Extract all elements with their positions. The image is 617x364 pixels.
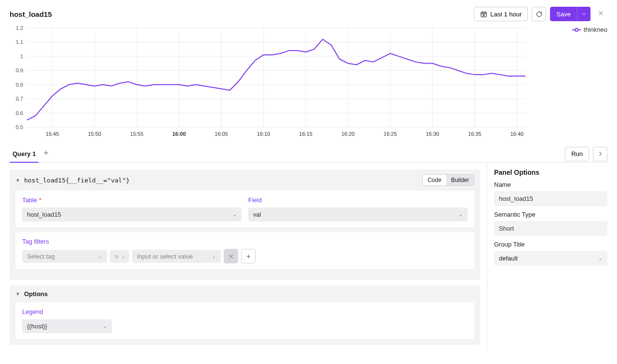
timepicker-button[interactable]: Last 1 hour bbox=[474, 7, 528, 21]
remove-filter-button[interactable] bbox=[224, 249, 238, 263]
chevron-right-icon bbox=[597, 150, 604, 157]
svg-text:0.5: 0.5 bbox=[16, 124, 23, 130]
plus-icon bbox=[42, 149, 50, 156]
legend-label: Legend bbox=[22, 308, 468, 315]
tag-value-input[interactable]: Input or select value⌄ bbox=[132, 250, 221, 263]
save-menu-button[interactable] bbox=[577, 7, 590, 21]
tab-query-1[interactable]: Query 1 bbox=[10, 145, 39, 162]
operator-value: = bbox=[115, 253, 119, 260]
group-label: Group Title bbox=[494, 241, 607, 248]
refresh-button[interactable] bbox=[532, 7, 546, 21]
svg-text:0.7: 0.7 bbox=[16, 96, 23, 102]
legend-select[interactable]: {{host}} ⌄ bbox=[22, 319, 112, 333]
close-icon bbox=[228, 253, 235, 260]
chevron-down-icon bbox=[580, 11, 588, 18]
svg-text:16:05: 16:05 bbox=[215, 131, 228, 137]
semtype-label: Semantic Type bbox=[494, 211, 607, 218]
tag-placeholder: Select tag bbox=[27, 253, 55, 260]
table-label: Table * bbox=[22, 196, 241, 204]
field-label: Field bbox=[248, 196, 468, 204]
line-chart: 0.50.60.70.80.911.11.215:4515:5015:5516:… bbox=[10, 25, 607, 141]
legend-value: {{host}} bbox=[27, 323, 47, 330]
svg-text:0.6: 0.6 bbox=[16, 110, 23, 116]
save-button[interactable]: Save bbox=[550, 7, 577, 21]
svg-text:16:10: 16:10 bbox=[257, 131, 270, 137]
chevron-down-icon: ⌄ bbox=[598, 255, 603, 261]
svg-text:15:55: 15:55 bbox=[130, 131, 144, 137]
next-button[interactable] bbox=[593, 147, 607, 161]
tag-value-placeholder: Input or select value bbox=[137, 253, 193, 260]
svg-text:1.2: 1.2 bbox=[16, 25, 23, 31]
page-title: host_load15 bbox=[10, 10, 52, 18]
chevron-down-icon: ⌄ bbox=[458, 211, 463, 218]
tag-select[interactable]: Select tag⌄ bbox=[22, 250, 107, 263]
svg-point-43 bbox=[575, 28, 578, 31]
svg-text:16:35: 16:35 bbox=[468, 131, 482, 137]
svg-text:0.8: 0.8 bbox=[16, 82, 23, 88]
semtype-input[interactable] bbox=[494, 221, 607, 236]
chevron-down-icon: ⌄ bbox=[232, 211, 237, 218]
field-value: val bbox=[253, 211, 261, 218]
legend-series-label: thinkneo bbox=[584, 26, 607, 33]
toggle-code[interactable]: Code bbox=[423, 175, 446, 185]
legend-swatch-icon bbox=[572, 27, 581, 32]
add-filter-button[interactable] bbox=[241, 249, 255, 263]
svg-text:15:45: 15:45 bbox=[46, 131, 59, 137]
svg-text:1: 1 bbox=[20, 53, 23, 59]
operator-select[interactable]: =⌄ bbox=[110, 250, 129, 263]
name-input[interactable] bbox=[494, 191, 607, 206]
query-summary: host_load15{__field__="val"} bbox=[24, 177, 130, 184]
svg-text:16:00: 16:00 bbox=[172, 131, 186, 137]
svg-text:16:20: 16:20 bbox=[341, 131, 355, 137]
close-icon bbox=[597, 10, 604, 17]
panel-options-heading: Panel Options bbox=[494, 169, 607, 176]
svg-text:0.9: 0.9 bbox=[16, 67, 23, 73]
svg-text:15:50: 15:50 bbox=[88, 131, 101, 137]
clock-icon bbox=[480, 11, 487, 18]
group-value: default bbox=[499, 255, 518, 262]
plus-icon bbox=[245, 253, 252, 260]
code-builder-toggle[interactable]: Code Builder bbox=[422, 174, 474, 186]
name-label: Name bbox=[494, 181, 607, 188]
collapse-icon[interactable]: ▼ bbox=[15, 178, 20, 183]
chevron-down-icon: ⌄ bbox=[103, 323, 107, 329]
run-button[interactable]: Run bbox=[565, 147, 589, 161]
svg-text:16:25: 16:25 bbox=[384, 131, 397, 137]
refresh-icon bbox=[536, 11, 543, 18]
svg-text:1.1: 1.1 bbox=[16, 39, 23, 45]
chart-legend[interactable]: thinkneo bbox=[572, 26, 607, 33]
table-select[interactable]: host_load15 ⌄ bbox=[22, 208, 241, 221]
collapse-icon[interactable]: ▼ bbox=[15, 291, 20, 297]
table-value: host_load15 bbox=[27, 211, 61, 218]
tagfilters-label: Tag filters bbox=[22, 238, 468, 245]
svg-text:16:30: 16:30 bbox=[426, 131, 439, 137]
svg-text:16:15: 16:15 bbox=[299, 131, 313, 137]
close-button[interactable] bbox=[594, 8, 607, 21]
group-select[interactable]: default ⌄ bbox=[494, 251, 607, 266]
toggle-builder[interactable]: Builder bbox=[446, 175, 474, 185]
options-heading: Options bbox=[24, 290, 48, 298]
field-select[interactable]: val ⌄ bbox=[248, 208, 468, 221]
svg-text:16:40: 16:40 bbox=[510, 131, 524, 137]
add-query-button[interactable] bbox=[39, 146, 54, 161]
timepicker-label: Last 1 hour bbox=[490, 11, 522, 18]
